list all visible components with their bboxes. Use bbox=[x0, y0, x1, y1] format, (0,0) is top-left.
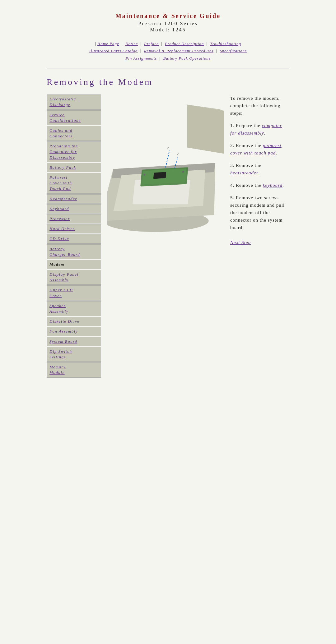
step-2-number: 2. Remove the bbox=[230, 143, 263, 148]
nav-notice[interactable]: Notice bbox=[125, 41, 138, 46]
description-intro: To remove the modem, complete the follow… bbox=[230, 94, 289, 117]
sidebar-link-preparing[interactable]: Preparing theComputer forDisassembly bbox=[49, 143, 98, 160]
step-2: 2. Remove the palmrest cover with touch … bbox=[230, 142, 289, 157]
image-area: 7 7 bbox=[104, 94, 227, 237]
laptop-svg: 7 7 bbox=[107, 98, 224, 234]
header-subtitle2: Model: 1245 bbox=[47, 27, 289, 33]
sidebar-item-system-board[interactable]: System Board bbox=[47, 337, 101, 346]
next-step-link[interactable]: Next Step bbox=[230, 239, 251, 246]
sidebar-item-battery-pack[interactable]: Battery Pack bbox=[47, 163, 101, 172]
sidebar-link-electrostatic[interactable]: ElectrostaticDischarge bbox=[49, 96, 98, 108]
header: Maintenance & Service Guide Presario 120… bbox=[47, 12, 289, 33]
main-content: ElectrostaticDischarge ServiceConsiderat… bbox=[47, 94, 289, 378]
nav-preface[interactable]: Preface bbox=[144, 41, 159, 46]
sidebar-item-modem: Modem bbox=[47, 260, 101, 269]
header-subtitle1: Presario 1200 Series bbox=[47, 21, 289, 26]
nav-battery-pack[interactable]: Battery Pack Operations bbox=[163, 56, 210, 61]
page-title: Removing the Modem bbox=[47, 77, 289, 87]
sidebar-item-display-panel[interactable]: Display PanelAssembly bbox=[47, 270, 101, 285]
step-5: 5. Remove two screws securing modem and … bbox=[230, 194, 289, 231]
sidebar-link-keyboard[interactable]: Keyboard bbox=[49, 206, 98, 212]
nav-sep-7: | bbox=[160, 56, 161, 61]
nav-removal[interactable]: Removal & Replacement Procedures bbox=[144, 48, 213, 53]
nav-sep-3: | bbox=[161, 41, 162, 46]
sidebar-link-service[interactable]: ServiceConsiderations bbox=[49, 112, 98, 123]
sidebar-link-heatspreader[interactable]: Heatspreader bbox=[49, 196, 98, 202]
divider bbox=[47, 68, 289, 68]
sidebar-link-fan[interactable]: Fan Assembly bbox=[49, 329, 98, 334]
step-3-link[interactable]: heatspreader bbox=[230, 170, 259, 175]
sidebar-item-speaker[interactable]: SpeakerAssembly bbox=[47, 301, 101, 316]
sidebar-item-upper-cpu[interactable]: Upper CPUCover bbox=[47, 285, 101, 300]
svg-line-5 bbox=[166, 151, 170, 168]
header-title: Maintenance & Service Guide bbox=[47, 12, 289, 20]
sidebar-link-speaker[interactable]: SpeakerAssembly bbox=[49, 303, 98, 314]
nav-specifications[interactable]: Specifications bbox=[220, 48, 247, 53]
sidebar-link-cd-drive[interactable]: CD Drive bbox=[49, 236, 98, 242]
sidebar-item-hard-drives[interactable]: Hard Drives bbox=[47, 224, 101, 233]
page-wrapper: Maintenance & Service Guide Presario 120… bbox=[40, 0, 296, 397]
step-4-number: 4. Remove the bbox=[230, 183, 263, 188]
sidebar-item-diskette[interactable]: Diskette Drive bbox=[47, 317, 101, 326]
nav-illustrated-parts[interactable]: Illustrated Parts Catalog bbox=[89, 48, 138, 53]
sidebar-item-cd-drive[interactable]: CD Drive bbox=[47, 234, 101, 243]
nav-troubleshooting[interactable]: Troubleshooting bbox=[210, 41, 241, 46]
nav-bar: | Home Page | Notice | Preface | Product… bbox=[47, 40, 289, 62]
sidebar-item-palmrest[interactable]: PalmrestCover withTouch Pad bbox=[47, 173, 101, 194]
step-1: 1. Prepare the computer for disassembly. bbox=[230, 122, 289, 137]
svg-rect-4 bbox=[153, 172, 166, 179]
sidebar-link-dip-switch[interactable]: Dip SwitchSettings bbox=[49, 349, 98, 360]
nav-sep-6: | bbox=[216, 48, 217, 53]
sidebar-item-keyboard[interactable]: Keyboard bbox=[47, 204, 101, 214]
nav-product-description[interactable]: Product Description bbox=[165, 41, 204, 46]
laptop-diagram: 7 7 bbox=[107, 98, 224, 234]
step-1-number: 1. Prepare the bbox=[230, 123, 262, 128]
sidebar-item-battery-charger[interactable]: BatteryCharger Board bbox=[47, 244, 101, 259]
sidebar-link-upper-cpu[interactable]: Upper CPUCover bbox=[49, 287, 98, 298]
svg-text:7: 7 bbox=[176, 152, 179, 157]
step-3-number: 3. Remove the bbox=[230, 163, 261, 168]
sidebar-link-battery-pack[interactable]: Battery Pack bbox=[49, 165, 98, 170]
sidebar-link-processor[interactable]: Processor bbox=[49, 216, 98, 222]
sidebar-link-palmrest[interactable]: PalmrestCover withTouch Pad bbox=[49, 175, 98, 192]
step-4-link[interactable]: keyboard bbox=[263, 183, 282, 188]
nav-home[interactable]: Home Page bbox=[97, 41, 119, 46]
sidebar-link-hard-drives[interactable]: Hard Drives bbox=[49, 226, 98, 232]
svg-text:7: 7 bbox=[166, 146, 169, 150]
sidebar-item-dip-switch[interactable]: Dip SwitchSettings bbox=[47, 347, 101, 362]
sidebar-item-cables[interactable]: Cables andConnectors bbox=[47, 126, 101, 141]
nav-pin-assignments[interactable]: Pin Assignments bbox=[125, 56, 157, 61]
nav-sep-5: | bbox=[140, 48, 142, 53]
sidebar-item-memory-module[interactable]: MemoryModule bbox=[47, 362, 101, 377]
nav-sep-4: | bbox=[206, 41, 208, 46]
sidebar-item-electrostatic[interactable]: ElectrostaticDischarge bbox=[47, 94, 101, 109]
sidebar-item-preparing[interactable]: Preparing theComputer forDisassembly bbox=[47, 141, 101, 162]
sidebar-item-service[interactable]: ServiceConsiderations bbox=[47, 110, 101, 125]
sidebar-link-diskette[interactable]: Diskette Drive bbox=[49, 319, 98, 324]
sidebar-item-heatspreader[interactable]: Heatspreader bbox=[47, 194, 101, 204]
sidebar-label-modem: Modem bbox=[49, 262, 98, 267]
nav-sep-1: | bbox=[122, 41, 123, 46]
step-3: 3. Remove the heatspreader. bbox=[230, 162, 289, 177]
step-4: 4. Remove the keyboard. bbox=[230, 182, 289, 189]
sidebar-link-cables[interactable]: Cables andConnectors bbox=[49, 128, 98, 139]
sidebar-link-battery-charger[interactable]: BatteryCharger Board bbox=[49, 246, 98, 257]
sidebar-link-memory-module[interactable]: MemoryModule bbox=[49, 364, 98, 375]
sidebar-item-processor[interactable]: Processor bbox=[47, 214, 101, 223]
sidebar-link-system-board[interactable]: System Board bbox=[49, 339, 98, 344]
sidebar-link-display-panel[interactable]: Display PanelAssembly bbox=[49, 272, 98, 283]
nav-sep-2: | bbox=[140, 41, 142, 46]
description-panel: To remove the modem, complete the follow… bbox=[227, 94, 289, 246]
sidebar-item-fan[interactable]: Fan Assembly bbox=[47, 327, 101, 336]
sidebar: ElectrostaticDischarge ServiceConsiderat… bbox=[47, 94, 101, 378]
